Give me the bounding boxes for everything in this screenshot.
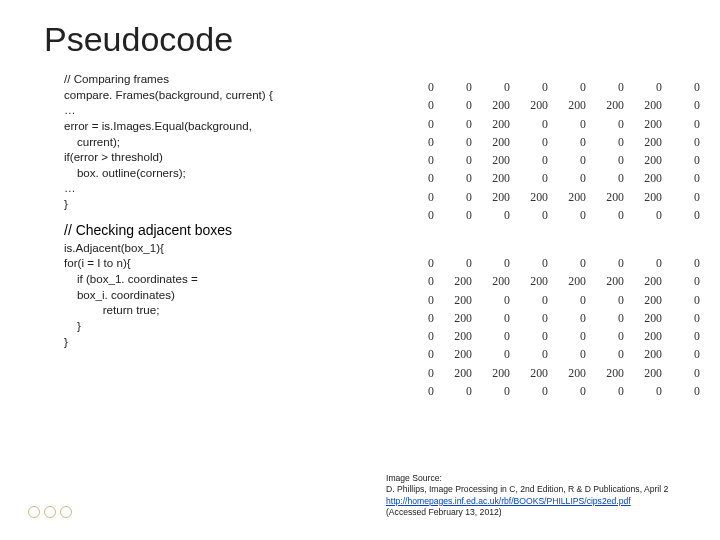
body: // Comparing frames compare. Frames(back…: [0, 71, 720, 401]
code-line: current);: [64, 134, 364, 150]
matrix-cell: 0: [594, 170, 630, 186]
matrix-cell: 0: [594, 292, 630, 308]
matrix-cell: 0: [594, 255, 630, 271]
matrix-cell: 0: [556, 346, 592, 362]
matrix-cell: 0: [480, 310, 516, 326]
matrix-cell: 0: [442, 255, 478, 271]
matrix-cell: 0: [480, 383, 516, 399]
matrix-cell: 0: [518, 346, 554, 362]
matrix-cell: 0: [404, 170, 440, 186]
matrix-cell: 0: [670, 189, 706, 205]
matrix-cell: 0: [670, 134, 706, 150]
matrix-cell: 200: [556, 97, 592, 113]
matrix-cell: 0: [404, 365, 440, 381]
image-credit: Image Source: D. Phillips, Image Process…: [386, 473, 668, 518]
matrix-cell: 0: [404, 292, 440, 308]
matrix-cell: 0: [556, 255, 592, 271]
slide: Pseudocode // Comparing frames compare. …: [0, 0, 720, 540]
matrix-cell: 0: [670, 328, 706, 344]
matrix-cell: 200: [632, 310, 668, 326]
matrix-cell: 0: [404, 97, 440, 113]
matrix-cell: 0: [404, 383, 440, 399]
matrix-cell: 0: [670, 346, 706, 362]
matrix-cell: 0: [480, 292, 516, 308]
matrix-cell: 200: [632, 134, 668, 150]
matrix-cell: 0: [670, 273, 706, 289]
matrix-cell: 200: [556, 365, 592, 381]
matrix-cell: 0: [670, 170, 706, 186]
matrix-cell: 200: [442, 346, 478, 362]
matrix-cell: 200: [518, 97, 554, 113]
matrix-cell: 200: [442, 365, 478, 381]
matrix-cell: 200: [480, 134, 516, 150]
matrix-cell: 200: [632, 328, 668, 344]
decorative-circles: [28, 506, 72, 518]
matrix-cell: 200: [632, 273, 668, 289]
matrix-cell: 0: [404, 273, 440, 289]
matrix-cell: 0: [442, 152, 478, 168]
code-line: …: [64, 180, 364, 196]
circle-icon: [44, 506, 56, 518]
code-line: if(error > threshold): [64, 149, 364, 165]
matrix-cell: 0: [518, 170, 554, 186]
matrix-cell: 0: [594, 310, 630, 326]
matrix-cell: 0: [594, 152, 630, 168]
code-line: …: [64, 102, 364, 118]
matrix-cell: 200: [518, 189, 554, 205]
slide-title: Pseudocode: [0, 0, 720, 71]
matrix-cell: 0: [518, 328, 554, 344]
matrix-cell: 200: [632, 152, 668, 168]
matrix-cell: 0: [556, 292, 592, 308]
matrix-cell: 0: [632, 255, 668, 271]
matrix-cell: 0: [404, 79, 440, 95]
matrix-cell: 0: [594, 346, 630, 362]
code-line: is.Adjacent(box_1){: [64, 240, 364, 256]
matrix-cell: 0: [670, 292, 706, 308]
matrix-cell: 0: [404, 152, 440, 168]
matrix-cell: 0: [594, 383, 630, 399]
matrix-cell: 0: [442, 134, 478, 150]
matrix-cell: 200: [556, 273, 592, 289]
matrix-cell: 0: [404, 255, 440, 271]
matrix-cell: 0: [442, 207, 478, 223]
matrix-cell: 0: [518, 310, 554, 326]
matrix-cell: 0: [556, 383, 592, 399]
matrix-cell: 0: [442, 79, 478, 95]
matrix-cell: 0: [670, 365, 706, 381]
matrix-cell: 0: [404, 346, 440, 362]
matrix-cell: 0: [480, 79, 516, 95]
code-line: }: [64, 318, 364, 334]
code-line: error = is.Images.Equal(background,: [64, 118, 364, 134]
matrix-cell: 0: [556, 310, 592, 326]
matrix-bottom: 0000000002002002002002002000020000002000…: [402, 253, 708, 401]
matrix-cell: 0: [442, 116, 478, 132]
code-line: }: [64, 334, 364, 350]
matrix-cell: 200: [632, 346, 668, 362]
matrix-cell: 200: [480, 189, 516, 205]
code-line: box_i. coordinates): [64, 287, 364, 303]
matrix-cell: 0: [670, 310, 706, 326]
matrix-cell: 200: [518, 365, 554, 381]
matrix-cell: 0: [594, 116, 630, 132]
matrix-cell: 0: [670, 255, 706, 271]
matrix-cell: 0: [518, 207, 554, 223]
matrix-cell: 0: [518, 255, 554, 271]
matrix-cell: 0: [404, 134, 440, 150]
matrix-cell: 0: [442, 383, 478, 399]
matrix-cell: 200: [632, 97, 668, 113]
matrix-cell: 0: [556, 170, 592, 186]
circle-icon: [28, 506, 40, 518]
matrix-cell: 0: [518, 134, 554, 150]
matrix-cell: 200: [518, 273, 554, 289]
matrix-column: 0000000000200200200200200000200000200000…: [364, 71, 708, 401]
matrix-cell: 0: [632, 383, 668, 399]
matrix-cell: 0: [442, 170, 478, 186]
matrix-cell: 200: [480, 97, 516, 113]
matrix-cell: 0: [404, 310, 440, 326]
matrix-cell: 0: [480, 328, 516, 344]
matrix-cell: 0: [594, 134, 630, 150]
credit-line: (Accessed February 13, 2012): [386, 507, 668, 518]
code-line: compare. Frames(background, current) {: [64, 87, 364, 103]
credit-link[interactable]: http://homepages.inf.ed.ac.uk/rbf/BOOKS/…: [386, 496, 631, 506]
matrix-cell: 200: [632, 365, 668, 381]
